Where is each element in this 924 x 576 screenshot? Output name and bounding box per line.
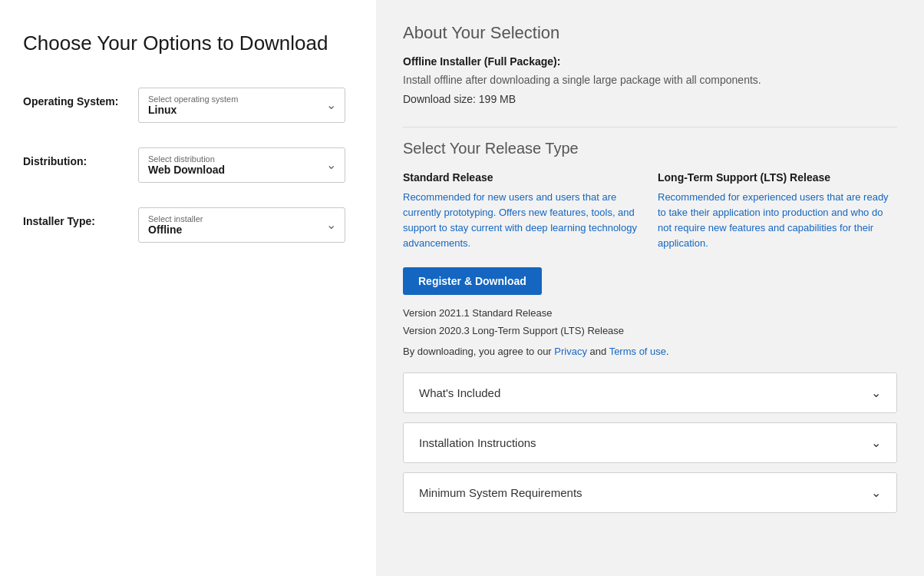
- os-select-top-label: Select operating system: [148, 94, 317, 104]
- installer-type-row: Installer Type: Select installer Offline: [23, 207, 345, 243]
- installer-type-label: Installer Type:: [23, 207, 138, 227]
- version-standard: Version 2021.1 Standard Release: [403, 306, 897, 322]
- collapsible-section-2: Minimum System Requirements⌄: [403, 472, 897, 513]
- legal-prefix: By downloading, you agree to our: [403, 346, 554, 357]
- collapsible-section-1: Installation Instructions⌄: [403, 422, 897, 463]
- distribution-select-top-label: Select distribution: [148, 154, 317, 164]
- chevron-down-icon-0: ⌄: [871, 386, 881, 400]
- terms-link[interactable]: Terms of use: [609, 346, 666, 357]
- release-section: Select Your Release Type Standard Releas…: [403, 140, 897, 357]
- chevron-down-icon-1: ⌄: [871, 435, 881, 450]
- download-size: Download size: 199 MB: [403, 93, 897, 105]
- distribution-label: Distribution:: [23, 147, 138, 167]
- os-label: Operating System:: [23, 88, 138, 108]
- release-title: Select Your Release Type: [403, 140, 897, 157]
- version-lts: Version 2020.3 Long-Term Support (LTS) R…: [403, 323, 897, 339]
- standard-release-desc: Recommended for new users and users that…: [403, 190, 642, 252]
- installer-type-select-wrapper[interactable]: Select installer Offline: [138, 207, 345, 243]
- release-grid: Standard Release Recommended for new use…: [403, 171, 897, 252]
- lts-release-col: Long-Term Support (LTS) Release Recommen…: [658, 171, 897, 252]
- divider: [403, 127, 897, 127]
- collapsible-label-1: Installation Instructions: [419, 436, 536, 449]
- right-panel: About Your Selection Offline Installer (…: [376, 0, 924, 576]
- page-title: Choose Your Options to Download: [23, 31, 345, 57]
- standard-release-label: Standard Release: [403, 171, 642, 184]
- version-info-block: Version 2021.1 Standard Release Version …: [403, 306, 897, 340]
- os-select[interactable]: Select operating system Linux: [138, 88, 345, 123]
- legal-and: and: [587, 346, 609, 357]
- installer-type-select-bottom-label: Offline: [148, 223, 317, 236]
- distribution-select-wrapper[interactable]: Select distribution Web Download: [138, 147, 345, 183]
- os-select-wrapper[interactable]: Select operating system Linux: [138, 88, 345, 123]
- about-title: About Your Selection: [403, 23, 897, 43]
- distribution-row: Distribution: Select distribution Web Do…: [23, 147, 345, 183]
- chevron-down-icon-2: ⌄: [871, 485, 881, 500]
- legal-text: By downloading, you agree to our Privacy…: [403, 346, 897, 357]
- operating-system-row: Operating System: Select operating syste…: [23, 88, 345, 123]
- os-select-bottom-label: Linux: [148, 104, 317, 116]
- collapsible-header-2[interactable]: Minimum System Requirements⌄: [404, 473, 896, 512]
- standard-release-col: Standard Release Recommended for new use…: [403, 171, 642, 252]
- distribution-select[interactable]: Select distribution Web Download: [138, 147, 345, 183]
- register-download-button[interactable]: Register & Download: [403, 267, 542, 295]
- collapsibles-container: What's Included⌄Installation Instruction…: [403, 372, 897, 513]
- installer-type-select[interactable]: Select installer Offline: [138, 207, 345, 243]
- collapsible-header-0[interactable]: What's Included⌄: [404, 373, 896, 412]
- collapsible-label-2: Minimum System Requirements: [419, 486, 582, 499]
- left-panel: Choose Your Options to Download Operatin…: [0, 0, 376, 576]
- about-section: About Your Selection Offline Installer (…: [403, 23, 897, 105]
- installer-type-select-top-label: Select installer: [148, 214, 317, 223]
- legal-suffix: .: [666, 346, 669, 357]
- distribution-select-bottom-label: Web Download: [148, 164, 317, 176]
- collapsible-header-1[interactable]: Installation Instructions⌄: [404, 423, 896, 462]
- installer-description: Install offline after downloading a sing…: [403, 72, 897, 88]
- collapsible-label-0: What's Included: [419, 386, 500, 399]
- lts-release-desc: Recommended for experienced users that a…: [658, 190, 897, 252]
- installer-type-full-label: Offline Installer (Full Package):: [403, 55, 897, 68]
- privacy-link[interactable]: Privacy: [554, 346, 587, 357]
- lts-release-label: Long-Term Support (LTS) Release: [658, 171, 897, 184]
- collapsible-section-0: What's Included⌄: [403, 372, 897, 413]
